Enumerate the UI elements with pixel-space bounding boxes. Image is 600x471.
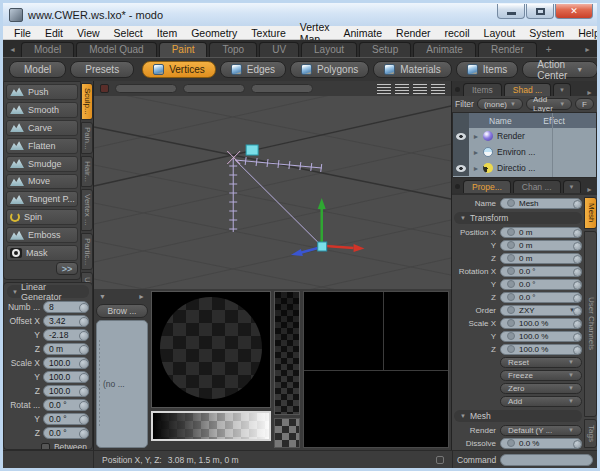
menu-geometry[interactable]: Geometry [184,27,244,39]
viewport-dropdown-1[interactable] [115,84,177,93]
expand-icon[interactable]: ► [469,149,483,156]
panel-options-icon[interactable] [455,87,460,92]
layout-tab-paint[interactable]: Paint [159,42,208,57]
mode-polygons-button[interactable]: Polygons [290,61,369,78]
vtab-paint[interactable]: Pain... [81,122,93,155]
vtab-vertex-map[interactable]: Vertex ... [81,189,93,231]
minimize-button[interactable] [497,4,525,19]
menu-layout[interactable]: Layout [477,27,523,39]
vtab-hair[interactable]: Hair... [81,156,93,187]
menu-recoil[interactable]: recoil [438,27,477,39]
rotate-x-field[interactable]: 0.0 ° [43,399,89,411]
scale-y-field[interactable]: 100.0 % [500,331,582,342]
tool-emboss[interactable]: Emboss [6,227,78,243]
properties-panel-arrow-icon[interactable]: ► [586,186,595,193]
mode-edges-button[interactable]: Edges [220,61,286,78]
between-checkbox[interactable] [41,443,50,451]
mode-items-button[interactable]: Items [456,61,518,78]
rotate-y-field[interactable]: 0.0 ° [43,413,89,425]
offset-y-field[interactable]: -2.18 [43,329,89,341]
presets-button[interactable]: Presets [70,61,134,78]
action-center-dropdown[interactable]: Action Center▼ [522,61,598,78]
freeze-dropdown-button[interactable]: Freeze▼ [500,370,582,381]
menu-edit[interactable]: Edit [38,27,70,39]
status-corner-icon[interactable] [436,456,444,464]
panel-options-icon[interactable] [455,184,460,189]
eye-icon[interactable] [456,133,466,140]
layout-tab-animate[interactable]: Animate [413,42,476,57]
layout-tab-uv[interactable]: UV [259,42,299,57]
mode-materials-button[interactable]: Materials [373,61,452,78]
layout-tab-render[interactable]: Render [478,42,537,57]
collapse-icon[interactable]: ▼ [99,293,106,300]
rotation-y-field[interactable]: 0.0 ° [500,279,582,290]
scale-z-field[interactable]: 100.0 % [500,344,582,355]
tree-row-directional-light[interactable]: ► Directio ... [453,160,596,176]
vtab-mesh[interactable]: Mesh [584,197,597,229]
rotate-z-field[interactable]: 0.0 ° [43,427,89,439]
vtab-user-channels[interactable]: User Channels [584,231,597,418]
vtab-tags[interactable]: Tags [584,419,597,448]
menu-help[interactable]: Help [571,27,600,39]
vtab-sculpt[interactable]: Sculp... [81,83,93,120]
viewport-dropdown-3[interactable] [251,84,313,93]
command-input[interactable] [500,454,593,466]
browse-button[interactable]: Brow ... [96,304,148,318]
scale-z-field[interactable]: 100.0 [43,385,89,397]
effect-column-header[interactable]: Effect [543,116,596,126]
color-picker-panel[interactable] [303,291,449,448]
tools-more-button[interactable]: >> [56,262,78,275]
shader-panel-arrow-icon[interactable]: ► [586,89,595,96]
texture-checker-chip[interactable] [274,418,300,448]
tool-spin[interactable]: Spin [6,209,78,225]
position-z-field[interactable]: 0 m [500,253,582,264]
tree-row-render[interactable]: ► Render [453,128,596,144]
tab-properties[interactable]: Prope... [463,180,511,193]
tree-row-environment[interactable]: ► Environ ... [453,144,596,160]
tool-tangent-pinch[interactable]: Tangent P... [6,191,78,207]
tab-items[interactable]: Items [463,83,502,96]
expand-icon[interactable]: ► [138,293,145,300]
menu-file[interactable]: File [7,27,38,39]
viewport-menu-icon-4[interactable] [431,84,445,94]
layout-tab-model[interactable]: Model [21,42,74,57]
tabs-scroll-right-icon[interactable]: ► [581,46,594,53]
menu-view[interactable]: View [70,27,107,39]
order-dropdown[interactable]: ZXY▼ [500,305,582,316]
zero-dropdown-button[interactable]: Zero▼ [500,383,582,394]
brush-falloff-gradient[interactable] [151,411,271,441]
linear-generator-header[interactable]: ▼ Linear Generator [7,285,89,298]
tool-move[interactable]: Move [6,174,78,190]
add-dropdown-button[interactable]: Add▼ [500,396,582,407]
rotation-x-field[interactable]: 0.0 ° [500,266,582,277]
brush-list[interactable]: (no ... [96,320,148,448]
number-field[interactable]: 8 [43,301,89,313]
menu-render[interactable]: Render [389,27,437,39]
layout-tab-topo[interactable]: Topo [209,42,257,57]
viewport-menu-icon-2[interactable] [395,84,409,94]
texture-checker-strip[interactable] [274,291,300,415]
maximize-button[interactable] [526,4,554,19]
layout-tab-layout[interactable]: Layout [301,42,357,57]
tool-mask[interactable]: Mask [6,245,78,261]
mesh-section-header[interactable]: ▼Mesh [454,410,582,422]
position-x-field[interactable]: 0 m [500,227,582,238]
tool-smudge[interactable]: Smudge [6,156,78,172]
properties-tab-dropdown-icon[interactable]: ▼ [563,180,581,193]
rotation-z-field[interactable]: 0.0 ° [500,292,582,303]
layout-tab-model-quad[interactable]: Model Quad [76,42,156,57]
mode-vertices-button[interactable]: Vertices [142,61,216,78]
tool-carve[interactable]: Carve [6,120,78,136]
vtab-particles[interactable]: Partic... [81,233,93,270]
tool-push[interactable]: Push [6,84,78,100]
menu-item[interactable]: Item [150,27,184,39]
scale-x-field[interactable]: 100.0 % [500,318,582,329]
expand-icon[interactable]: ► [469,165,483,172]
viewport-style-icon[interactable] [100,84,109,93]
viewport-menu-icon-1[interactable] [377,84,391,94]
menu-select[interactable]: Select [107,27,150,39]
filter-f-button[interactable]: F [575,98,594,110]
eye-icon[interactable] [456,165,466,172]
add-layer-dropdown[interactable]: Add Layer▼ [526,98,572,110]
dissolve-field[interactable]: 0.0 % [500,438,582,449]
